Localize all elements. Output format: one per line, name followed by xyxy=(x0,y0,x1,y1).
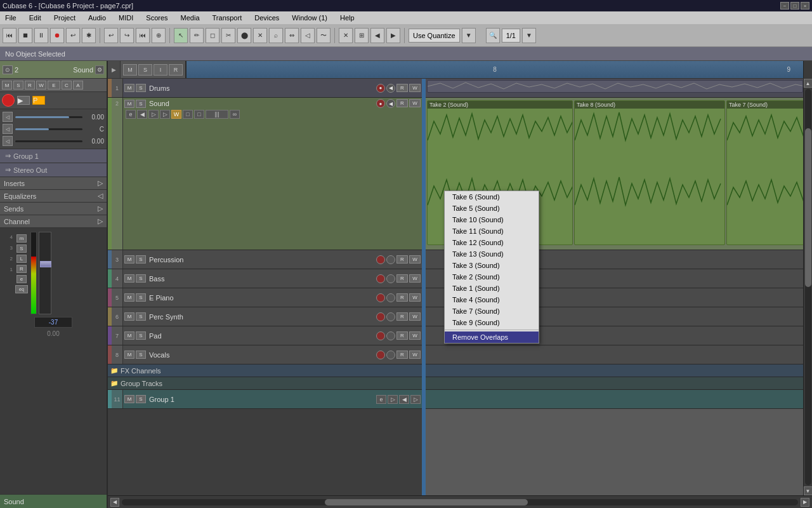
equalizers-section[interactable]: Equalizers ◁ xyxy=(0,190,107,203)
channel-section[interactable]: Channel ▷ xyxy=(0,215,107,228)
toolbar-btn-3[interactable]: ⏸ xyxy=(34,28,48,43)
ctx-take7[interactable]: Take 7 (Sound) xyxy=(445,305,539,317)
zoom-tool[interactable]: ⌕ xyxy=(269,28,283,43)
split-tool[interactable]: ✂ xyxy=(221,28,235,43)
menu-transport[interactable]: Transport xyxy=(210,13,245,23)
track-1-rec[interactable]: ● xyxy=(376,84,385,93)
tl-icon-r[interactable]: R xyxy=(169,64,183,76)
fader-r-btn[interactable]: R xyxy=(16,265,27,273)
track-1-mon[interactable]: ◀ xyxy=(386,84,395,93)
menu-scores[interactable]: Scores xyxy=(143,13,170,23)
ctx-take12[interactable]: Take 12 (Sound) xyxy=(445,237,539,248)
tool-prev[interactable]: ◀ xyxy=(370,28,384,43)
delay-slider[interactable] xyxy=(15,140,82,142)
track-6-s[interactable]: S xyxy=(136,312,146,321)
clip-take8[interactable]: Take 8 (Sound) xyxy=(574,100,725,245)
track-3-m[interactable]: M xyxy=(124,255,134,264)
track-11-b[interactable]: ◀ xyxy=(399,395,409,404)
quantize-value-dropdown[interactable]: ▼ xyxy=(522,28,536,43)
toolbar-btn-edit1[interactable]: ⊕ xyxy=(152,28,166,43)
track-2-bars-btn[interactable]: ||| xyxy=(206,110,228,119)
erase-tool[interactable]: ◻ xyxy=(206,28,219,43)
tl-icon-i[interactable]: I xyxy=(154,64,167,76)
fx-channels-folder[interactable]: 📁 FX Channels xyxy=(108,364,422,377)
inspector-preset-icon[interactable]: ⊙ xyxy=(3,65,13,74)
track-3-mon[interactable] xyxy=(386,255,395,264)
drums-clip[interactable] xyxy=(427,80,803,93)
track-1-s[interactable]: S xyxy=(136,84,146,92)
track-3-s[interactable]: S xyxy=(136,255,146,264)
delay-icon[interactable]: ◁ xyxy=(3,136,13,146)
track-6-r[interactable]: R xyxy=(396,312,408,321)
ctx-take6[interactable]: Take 6 (Sound) xyxy=(445,191,539,203)
pan-slider[interactable] xyxy=(15,128,82,130)
track-6-m[interactable]: M xyxy=(124,312,134,321)
track-8-m[interactable]: M xyxy=(124,351,134,359)
ctx-take4[interactable]: Take 4 (Sound) xyxy=(445,294,539,305)
ctx-take1[interactable]: Take 1 (Sound) xyxy=(445,283,539,294)
track-2-eq-btn[interactable]: e xyxy=(126,110,136,119)
menu-project[interactable]: Project xyxy=(51,13,78,23)
draw-tool[interactable]: ✏ xyxy=(190,28,204,43)
toolbar-btn-2[interactable]: ⏹ xyxy=(18,28,32,43)
tool-x[interactable]: ✕ xyxy=(339,28,353,43)
mute-tool[interactable]: ✕ xyxy=(253,28,267,43)
ctx-take11[interactable]: Take 11 (Sound) xyxy=(445,225,539,237)
menu-audio[interactable]: Audio xyxy=(86,13,108,23)
inspector-punch-btn[interactable]: P xyxy=(32,96,45,105)
menu-file[interactable]: File xyxy=(3,13,19,23)
toolbar-btn-loop[interactable]: ↩ xyxy=(66,28,80,43)
track-11-e[interactable]: e xyxy=(376,395,386,404)
clip-take7[interactable]: Take 7 (Sound) xyxy=(726,100,803,245)
tool-grid[interactable]: ⊞ xyxy=(355,28,369,43)
track-2-m[interactable]: M xyxy=(124,100,134,108)
track-2-chan-btn[interactable]: ▷ xyxy=(160,110,170,119)
track-2-r[interactable]: R xyxy=(396,99,408,107)
insp-w-btn[interactable]: W xyxy=(36,81,46,90)
track-2-f1-btn[interactable]: □ xyxy=(183,110,193,119)
track-2-link-btn[interactable]: ∞ xyxy=(230,110,240,119)
track-8-mon[interactable] xyxy=(386,351,395,359)
ctx-take3[interactable]: Take 3 (Sound) xyxy=(445,260,539,271)
main-fader[interactable] xyxy=(39,232,51,314)
inspector-record-btn[interactable] xyxy=(2,94,15,107)
insp-r-btn[interactable]: R xyxy=(25,81,35,90)
insp-c-btn[interactable]: C xyxy=(62,81,72,90)
track-5-rec[interactable] xyxy=(376,293,385,302)
track-6-w[interactable]: W xyxy=(409,312,421,321)
track-4-mon[interactable] xyxy=(386,274,395,283)
insp-s-btn[interactable]: S xyxy=(13,81,23,90)
track-3-rec[interactable] xyxy=(376,255,385,264)
track-11-s[interactable]: S xyxy=(136,395,146,403)
tl-icon-m[interactable]: M xyxy=(123,64,137,76)
track-11-a[interactable]: ▷ xyxy=(388,395,398,404)
fader-l-btn[interactable]: L xyxy=(16,255,27,263)
tool-next[interactable]: ▶ xyxy=(386,28,400,43)
fader-m-btn[interactable]: m xyxy=(16,234,27,243)
h-scroll-thumb[interactable] xyxy=(325,499,528,505)
ctx-take13[interactable]: Take 13 (Sound) xyxy=(445,248,539,260)
track-7-w[interactable]: W xyxy=(409,331,421,340)
track-5-w[interactable]: W xyxy=(409,293,421,302)
scrub-tool[interactable]: ◁ xyxy=(301,28,315,43)
search-icon[interactable]: 🔍 xyxy=(486,28,500,43)
track-5-s[interactable]: S xyxy=(136,293,146,302)
fader-e-btn[interactable]: e xyxy=(16,275,27,283)
track-5-m[interactable]: M xyxy=(124,293,134,302)
track-7-m[interactable]: M xyxy=(124,331,134,340)
sends-section[interactable]: Sends ▷ xyxy=(0,203,107,215)
menu-devices[interactable]: Devices xyxy=(252,13,282,23)
group1-item[interactable]: ⇒ Group 1 xyxy=(0,149,107,163)
track-1-w[interactable]: W xyxy=(409,84,421,92)
maximize-button[interactable]: □ xyxy=(790,2,799,10)
close-button[interactable]: × xyxy=(801,2,809,10)
fader-s-btn[interactable]: S xyxy=(16,244,27,253)
track-7-r[interactable]: R xyxy=(396,331,408,340)
track-4-w[interactable]: W xyxy=(409,274,421,283)
track-2-mon[interactable]: ◀ xyxy=(386,99,395,108)
track-1-m[interactable]: M xyxy=(124,84,134,92)
inspector-play-btn[interactable]: ▶ xyxy=(17,96,30,105)
ctx-take2[interactable]: Take 2 (Sound) xyxy=(445,271,539,283)
toolbar-btn-fwd[interactable]: ↪ xyxy=(120,28,134,43)
track-7-mon[interactable] xyxy=(386,331,395,340)
